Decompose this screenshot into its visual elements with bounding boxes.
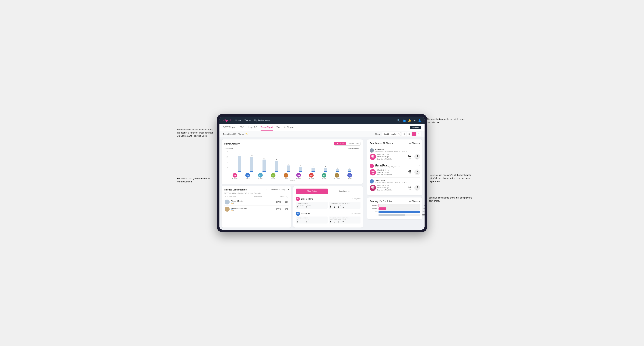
leaderboard-score-2: 18/20 [275, 208, 282, 210]
player-name-label-0: B. McHarg [232, 178, 238, 179]
medal-icon: 🏅 [231, 202, 233, 204]
shot-chevron-3[interactable]: › [419, 180, 420, 183]
tab-all-players[interactable]: All Players [284, 124, 294, 131]
scoring-more-label: ... [370, 214, 378, 216]
all-shots-filter[interactable]: All Shots ▾ [383, 142, 393, 144]
all-players-filter[interactable]: All Players ▾ [409, 142, 420, 144]
player-avatar-5: BB [296, 173, 301, 177]
avatar-wrapper-1: RBR. Britt [242, 173, 254, 179]
player2-tournament: 8 [297, 221, 304, 223]
tab-team-clippd[interactable]: Team Clippd [260, 124, 273, 131]
team-info: Team Clippd | 14 Players ✏️ [223, 133, 248, 135]
tournament-label-2: Tournament [297, 219, 304, 221]
player-activity-header: Player Activity On Course Practice Drill… [224, 142, 360, 146]
player2-avatar: RB [296, 212, 300, 216]
player-avatar-1: RB [245, 173, 250, 177]
add-team-button[interactable]: Add Team [410, 126, 421, 129]
on-course-toggle[interactable]: On Course [334, 142, 346, 145]
time-filter-dropdown[interactable]: Last 3 months [382, 132, 401, 136]
player-name-label-3: J. Coles [271, 178, 275, 179]
player-avatar-3: JC [271, 173, 276, 177]
chevron-icon: ▾ [288, 189, 289, 191]
col-player-name: PLAYER NAME [225, 196, 236, 197]
bar-4[interactable] [287, 166, 290, 172]
scoring-filter[interactable]: Par 3, 4 & 5s ▾ [380, 200, 392, 202]
edit-icon[interactable]: ✏️ [245, 133, 248, 135]
avatar-wrapper-4: EEE. Ebert [280, 173, 292, 179]
shot-chevron-2[interactable]: › [419, 165, 420, 167]
leaderboard-player-name-1: Richard Butler [231, 200, 274, 202]
player-avatar-7: MM [322, 173, 326, 177]
bar-5[interactable] [299, 167, 302, 172]
tab-hcaps[interactable]: Hcaps 1-5 [248, 124, 257, 131]
player-name-label-1: R. Britt [246, 178, 250, 179]
bar-2[interactable] [262, 160, 266, 172]
col-pb-avg: PB AVG SQ [280, 196, 288, 197]
avatar-wrapper-9: LRL. Robertson [344, 173, 355, 179]
tab-pga[interactable]: PGA [240, 124, 244, 131]
bar-6[interactable] [312, 168, 315, 172]
player1-stats: Total Rounds Tournament 7 Practice [296, 202, 360, 209]
team-name: Team Clippd | 14 Players [223, 133, 244, 135]
bar-group-8: 2 [332, 167, 343, 172]
player-activity-card: Player Activity On Course Practice Drill… [222, 140, 363, 184]
shot-metric-1a: 67 yds [407, 155, 413, 159]
shot-avatar-1 [370, 148, 374, 153]
player1-activity-values: GTT0 APP0 ARG0 PUTT1 [330, 204, 360, 208]
tab-pgat[interactable]: PGAT Players [223, 124, 236, 131]
view-heart-button[interactable]: ♥ [412, 132, 416, 136]
scoring-birdies-fill [378, 207, 386, 210]
leaderboard-dropdown[interactable]: PUTT Must Make Putting ... ▾ [266, 189, 289, 191]
practice-drills-toggle[interactable]: Practice Drills [346, 142, 360, 145]
shot-info-3: Shot Dist: 16 ydsStart Lie: RoughEnd Lie… [377, 184, 405, 191]
tablet-screen: clippd Home Teams My Performance 🔍 👥 🔔 ⊕… [220, 117, 424, 230]
shot-details-1: 09 Jun 2023 · Royal North Devon GC, Hole… [375, 151, 407, 152]
activity-toggle: On Course Practice Drills [334, 142, 360, 146]
bar-8[interactable] [336, 169, 339, 172]
main-content: Player Activity On Course Practice Drill… [220, 137, 424, 230]
view-grid2-button[interactable]: ▦ [407, 132, 411, 136]
bar-3[interactable] [275, 161, 278, 172]
shot-badge-2: 200 SG [370, 169, 376, 175]
bar-0[interactable] [238, 156, 241, 172]
shot-metric-3b: 0 yds [414, 185, 420, 191]
bar-1[interactable] [250, 157, 254, 172]
bar-9[interactable] [348, 169, 352, 172]
player-avatar-8: EC [334, 173, 339, 177]
chevron-scoring: ▾ [391, 200, 392, 202]
leaderboard-columns: PLAYER NAME PB SCORE PB AVG SQ [224, 196, 289, 197]
view-grid4-button[interactable]: ⊞ [402, 132, 406, 136]
tab-tour[interactable]: Tour [276, 124, 280, 131]
shots-header: Best Shots All Shots ▾ All Players ▾ [370, 142, 420, 145]
scoring-players-filter[interactable]: All Players ▾ [409, 200, 420, 202]
chart-filter-dropdown[interactable]: Total Rounds ▾ [348, 147, 360, 150]
nav-link-performance[interactable]: My Performance [254, 119, 270, 122]
leaderboard-badge-2: 🏅 2 [231, 209, 274, 211]
player2-date: 02 Sep 2023 [352, 213, 360, 215]
most-active-tab[interactable]: Most Active [296, 188, 328, 194]
bar-group-0: 13 [234, 154, 245, 172]
annotation-timescale: Choose the timescale you wish to see the… [427, 118, 466, 124]
view-list-button[interactable]: ≡ [417, 132, 421, 136]
shot-player-row-1: Matt Miller 09 Jun 2023 · Royal North De… [370, 148, 420, 153]
player2-rounds-block: Total Rounds Tournament 8 Practice [296, 216, 328, 223]
nav-link-home[interactable]: Home [235, 119, 241, 122]
player1-avatar: BM [296, 197, 300, 201]
scoring-birdies-val: 96 [423, 208, 424, 209]
users-icon[interactable]: 👥 [403, 119, 406, 122]
bottom-row: Practice Leaderboards PUTT Must Make Put… [222, 186, 363, 227]
plus-circle-icon[interactable]: ⊕ [414, 119, 416, 122]
shot-player-name-1: Matt Miller [375, 149, 407, 151]
shot-chevron-1[interactable]: › [419, 149, 420, 152]
least-active-tab[interactable]: Least Active [328, 188, 360, 194]
bell-icon[interactable]: 🔔 [408, 119, 411, 122]
user-icon[interactable]: 👤 [418, 119, 421, 122]
nav-link-teams[interactable]: Teams [244, 119, 250, 122]
player-name-row-2: RB Rees Britt [296, 212, 310, 216]
practice-label-2: Practice [306, 219, 310, 221]
search-icon[interactable]: 🔍 [397, 119, 400, 122]
tabs: PGAT Players PGA Hcaps 1-5 Team Clippd T… [223, 124, 294, 131]
top-nav: clippd Home Teams My Performance 🔍 👥 🔔 ⊕… [220, 117, 424, 124]
nav-links: Home Teams My Performance [235, 119, 393, 122]
bar-7[interactable] [324, 168, 327, 172]
